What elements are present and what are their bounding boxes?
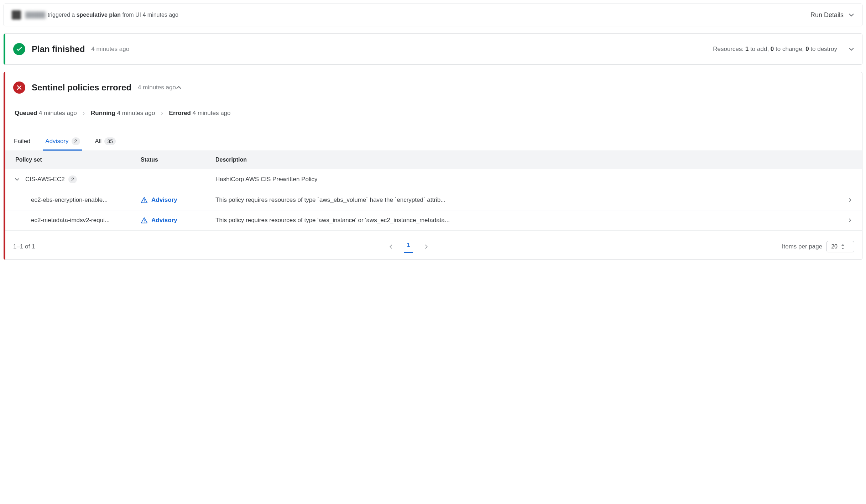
breadcrumb-item-errored: Errored 4 minutes ago bbox=[169, 110, 231, 116]
th-status: Status bbox=[134, 151, 208, 169]
check-circle-icon bbox=[13, 43, 25, 55]
tab-all[interactable]: All 35 bbox=[93, 134, 118, 151]
chevron-right-icon[interactable] bbox=[848, 218, 852, 222]
sentinel-title: Sentinel policies errored bbox=[32, 83, 131, 93]
pagination-range: 1–1 of 1 bbox=[13, 243, 35, 250]
sentinel-header[interactable]: Sentinel policies errored 4 minutes ago bbox=[5, 72, 862, 103]
plan-finished-header[interactable]: Plan finished 4 minutes ago Resources: 1… bbox=[5, 34, 862, 64]
th-description: Description bbox=[208, 151, 841, 169]
chevron-down-icon bbox=[849, 12, 854, 18]
warning-icon bbox=[141, 196, 148, 204]
prev-page-button[interactable] bbox=[386, 242, 396, 251]
items-per-page-label: Items per page bbox=[782, 243, 822, 250]
tab-advisory-count: 2 bbox=[72, 137, 80, 145]
pagination: 1–1 of 1 1 Items per page 20 bbox=[5, 231, 862, 259]
sentinel-panel: Sentinel policies errored 4 minutes ago … bbox=[4, 72, 862, 260]
run-details-label: Run Details bbox=[810, 11, 844, 19]
resource-summary: Resources: 1 to add, 0 to change, 0 to d… bbox=[713, 46, 837, 53]
th-policy-set: Policy set bbox=[5, 151, 134, 169]
plan-finished-panel: Plan finished 4 minutes ago Resources: 1… bbox=[4, 33, 862, 65]
username: █████ bbox=[25, 12, 46, 18]
breadcrumb-item-queued: Queued 4 minutes ago bbox=[15, 110, 77, 116]
avatar bbox=[12, 10, 21, 20]
items-per-page-select[interactable]: 20 bbox=[826, 241, 854, 252]
chevron-right-icon[interactable] bbox=[848, 198, 852, 202]
policy-set-count: 2 bbox=[68, 175, 77, 183]
policy-set-row[interactable]: CIS-AWS-EC2 2 HashiCorp AWS CIS Prewritt… bbox=[5, 169, 862, 190]
breadcrumb-item-running: Running 4 minutes ago bbox=[91, 110, 155, 116]
tab-advisory[interactable]: Advisory 2 bbox=[43, 134, 82, 151]
policy-description: This policy requires resources of type '… bbox=[215, 217, 486, 224]
policy-row[interactable]: ec2-ebs-encryption-enable... Advisory Th… bbox=[5, 190, 862, 210]
policy-name: ec2-ebs-encryption-enable... bbox=[31, 196, 126, 204]
svg-point-1 bbox=[144, 201, 145, 202]
sort-icon bbox=[841, 244, 845, 249]
chevron-down-icon[interactable] bbox=[849, 46, 854, 52]
run-details-bar: █████ triggered a speculative plan from … bbox=[4, 4, 862, 26]
chevron-right-icon: › bbox=[161, 110, 163, 116]
svg-point-3 bbox=[144, 222, 145, 222]
plan-time-ago: 4 minutes ago bbox=[91, 46, 129, 53]
tab-all-count: 35 bbox=[104, 137, 116, 145]
sentinel-time-ago: 4 minutes ago bbox=[138, 84, 176, 91]
policy-set-name: CIS-AWS-EC2 bbox=[25, 176, 65, 183]
policy-status: Advisory bbox=[141, 217, 201, 224]
chevron-down-icon[interactable] bbox=[15, 177, 20, 182]
plan-finished-title: Plan finished bbox=[32, 44, 85, 54]
status-breadcrumb: Queued 4 minutes ago › Running 4 minutes… bbox=[5, 103, 862, 123]
policy-set-description: HashiCorp AWS CIS Prewritten Policy bbox=[215, 176, 318, 183]
policy-row[interactable]: ec2-metadata-imdsv2-requi... Advisory Th… bbox=[5, 210, 862, 231]
policy-name: ec2-metadata-imdsv2-requi... bbox=[31, 217, 126, 224]
page-number[interactable]: 1 bbox=[404, 240, 413, 253]
policy-tabs: Failed Advisory 2 All 35 bbox=[5, 134, 862, 151]
tab-failed[interactable]: Failed bbox=[12, 134, 32, 150]
policy-status: Advisory bbox=[141, 196, 201, 204]
policy-table: Policy set Status Description CIS-AWS-EC… bbox=[5, 151, 862, 231]
policy-description: This policy requires resources of type `… bbox=[215, 196, 486, 204]
chevron-up-icon[interactable] bbox=[176, 85, 182, 90]
run-details-toggle[interactable]: Run Details bbox=[810, 11, 854, 19]
chevron-right-icon: › bbox=[83, 110, 85, 116]
warning-icon bbox=[141, 217, 148, 224]
trigger-text: triggered a speculative plan from UI 4 m… bbox=[48, 12, 178, 18]
next-page-button[interactable] bbox=[421, 242, 432, 251]
error-circle-icon bbox=[13, 82, 25, 94]
